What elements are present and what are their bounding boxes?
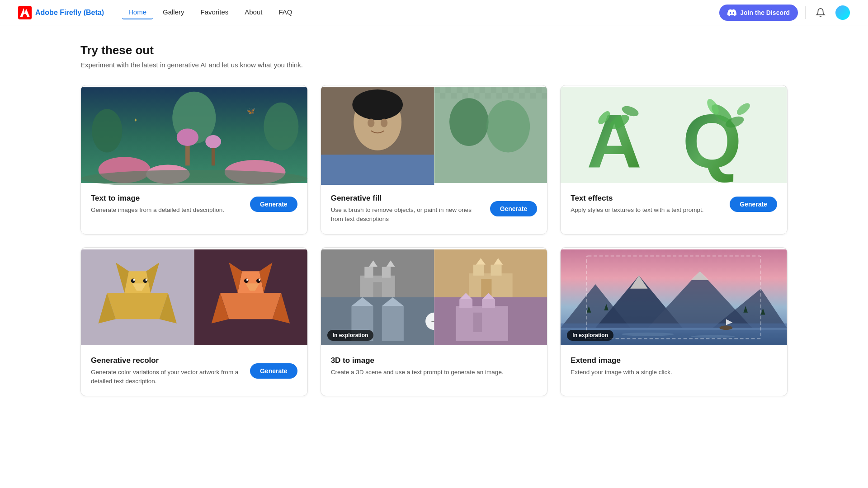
discord-label: Join the Discord [740,9,790,16]
svg-point-2 [92,109,122,152]
adobe-logo-icon [18,6,32,19]
navbar: Adobe Firefly (Beta) Home Gallery Favori… [0,0,868,25]
svg-text:🦋: 🦋 [246,107,255,115]
svg-point-64 [131,278,136,283]
svg-point-6 [177,129,198,146]
svg-point-3 [264,103,298,150]
svg-point-66 [133,279,135,281]
card-title-3d-to-image: 3D to image [331,356,538,365]
svg-point-122 [691,335,735,338]
nav-right: Join the Discord [719,5,850,21]
card-generative-recolor: Generative recolor Generate color variat… [80,247,308,397]
nav-home[interactable]: Home [122,5,153,19]
card-text-text-effects: Text effects Apply styles or textures to… [571,194,722,215]
svg-rect-19 [321,155,434,185]
svg-rect-108 [482,299,495,308]
svg-point-67 [145,279,147,281]
svg-point-77 [244,278,249,283]
exploration-badge-extend: In exploration [567,330,613,341]
generate-generative-recolor-button[interactable]: Generate [250,363,297,379]
svg-point-79 [246,279,248,281]
card-extend-image: In exploration Extend image Extend your … [560,247,788,397]
card-desc-text-effects: Apply styles or textures to text with a … [571,206,722,215]
svg-rect-90 [373,282,382,297]
discord-icon [727,8,736,17]
svg-point-8 [205,135,221,148]
svg-text:✦: ✦ [133,117,138,123]
svg-point-80 [259,279,260,281]
bell-icon [816,8,826,18]
svg-point-121 [622,332,674,336]
generative-fill-image [321,85,547,185]
svg-rect-106 [456,306,508,341]
card-title-generative-recolor: Generative recolor [91,356,243,365]
fantasy-garden-image: 🦋 ✦ [81,85,307,185]
svg-point-17 [352,89,403,120]
discord-button[interactable]: Join the Discord [719,5,798,21]
card-text-extend-image: Extend image Extend your image with a si… [571,356,777,377]
page-title: Try these out [80,43,788,57]
nav-about[interactable]: About [238,5,269,19]
card-body-generative-recolor: Generative recolor Generate color variat… [81,347,307,396]
card-title-text-effects: Text effects [571,194,722,203]
svg-rect-0 [18,6,32,19]
svg-point-78 [256,278,261,283]
generate-text-to-image-button[interactable]: Generate [250,197,297,212]
card-3d-to-image: → In exploration 3D to image Create a 3D… [321,247,548,397]
card-image-text-to-image: 🦋 ✦ [81,85,307,185]
card-title-generative-fill: Generative fill [331,194,483,203]
nav-divider [805,6,806,19]
svg-rect-94 [491,264,501,275]
card-grid: 🦋 ✦ Text to image Generate images from a… [80,85,788,396]
card-text-generative-fill: Generative fill Use a brush to remove ob… [331,194,483,224]
svg-point-44 [449,98,489,146]
card-desc-generative-recolor: Generate color variations of your vector… [91,368,243,386]
card-body-text-effects: Text effects Apply styles or textures to… [561,185,787,225]
card-body-text-to-image: Text to image Generate images from a det… [81,185,307,225]
svg-marker-71 [220,293,281,319]
nav-favorites[interactable]: Favorites [194,5,235,19]
card-desc-generative-fill: Use a brush to remove objects, or paint … [331,206,483,224]
card-text-text-to-image: Text to image Generate images from a det… [91,194,243,215]
generate-text-effects-button[interactable]: Generate [730,197,777,212]
card-body-extend-image: Extend image Extend your image with a si… [561,347,787,387]
card-image-generative-fill [321,85,547,185]
svg-rect-111 [473,312,482,332]
logo-link[interactable]: Adobe Firefly (Beta) [18,6,104,19]
notifications-button[interactable] [813,5,828,20]
svg-point-123 [720,325,733,330]
card-desc-text-to-image: Generate images from a detailed text des… [91,206,243,215]
generate-generative-fill-button[interactable]: Generate [490,201,538,216]
card-image-text-effects: A Q [561,85,787,185]
nav-gallery[interactable]: Gallery [156,5,191,19]
main-content: Try these out Experiment with the latest… [0,25,868,423]
card-generative-fill: Generative fill Use a brush to remove ob… [321,85,548,235]
logo-text: Adobe Firefly (Beta) [35,9,104,17]
card-image-3d-to-image: → In exploration [321,248,547,347]
card-image-extend-image: In exploration [561,248,787,347]
card-text-3d-to-image: 3D to image Create a 3D scene and use a … [331,356,538,377]
page-subtitle: Experiment with the latest in generative… [80,61,788,69]
svg-marker-58 [107,293,168,319]
card-text-effects: A Q Text effects Apply style [560,85,788,235]
user-avatar[interactable] [835,5,850,20]
card-text-generative-recolor: Generative recolor Generate color variat… [91,356,243,386]
card-text-to-image: 🦋 ✦ Text to image Generate images from a… [80,85,308,235]
nav-links: Home Gallery Favorites About FAQ [122,5,719,19]
card-body-3d-to-image: 3D to image Create a 3D scene and use a … [321,347,547,387]
svg-point-45 [486,100,530,153]
text-effects-image: A Q [561,85,787,185]
exploration-badge-3d: In exploration [327,330,374,341]
svg-point-65 [143,278,148,283]
svg-rect-100 [382,306,403,341]
svg-rect-93 [473,264,484,275]
card-desc-3d-to-image: Create a 3D scene and use a text prompt … [331,368,538,377]
card-image-generative-recolor [81,248,307,347]
svg-rect-86 [364,267,373,277]
card-title-extend-image: Extend image [571,356,777,365]
card-desc-extend-image: Extend your image with a single click. [571,368,777,377]
nav-faq[interactable]: FAQ [272,5,298,19]
svg-point-21 [381,118,387,127]
dogs-image [81,248,307,347]
svg-rect-87 [382,267,390,277]
